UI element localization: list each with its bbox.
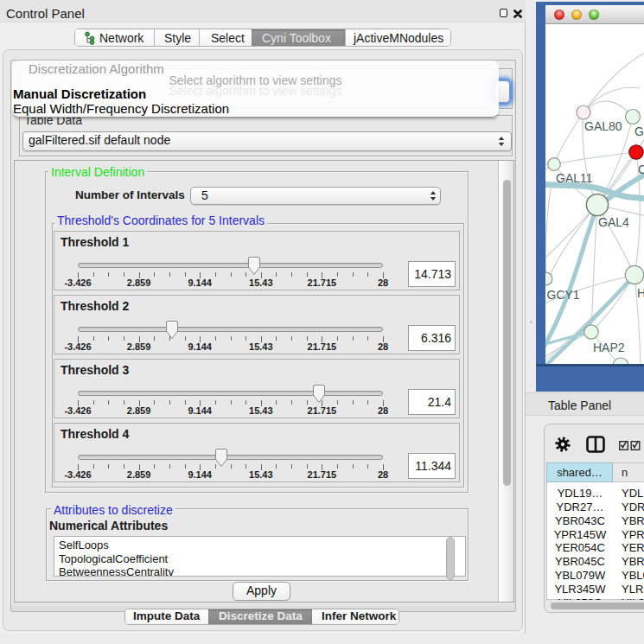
svg-text:GCY1: GCY1 bbox=[547, 288, 580, 302]
svg-text:H: H bbox=[637, 286, 644, 300]
svg-text:GAL80: GAL80 bbox=[584, 119, 622, 133]
svg-text:GAL11: GAL11 bbox=[556, 171, 593, 185]
svg-text:C: C bbox=[638, 163, 644, 176]
svg-text:GAL4: GAL4 bbox=[598, 215, 629, 229]
svg-text:HAP2: HAP2 bbox=[593, 341, 625, 354]
svg-text:GA: GA bbox=[634, 124, 644, 138]
